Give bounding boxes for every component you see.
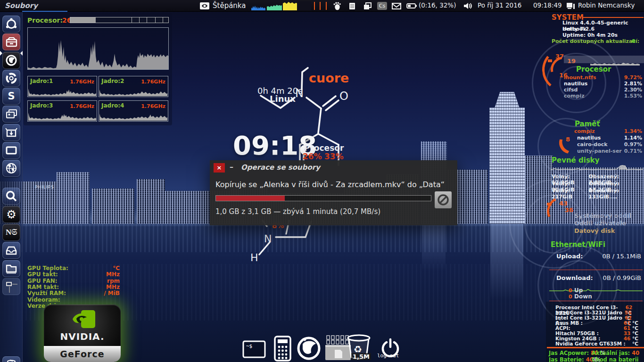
process-value: 1.53% <box>624 93 642 99</box>
disk-gauge-1: 43 <box>559 200 568 207</box>
core-name: Jadro:4 <box>101 102 124 109</box>
cpu-gauge-1: 37 <box>555 53 564 60</box>
archive-box-icon <box>5 126 18 139</box>
core-name: Jadro:1 <box>30 78 53 84</box>
screen-icon <box>5 144 17 156</box>
process-value: 1.14% <box>624 135 642 141</box>
dock-item-ns-app[interactable]: N𝔖 <box>2 224 20 241</box>
dock-item-workspace[interactable] <box>2 278 20 295</box>
disk-gauge-2: 36 <box>565 206 573 214</box>
copy-windows-icon[interactable] <box>363 2 372 10</box>
orange-bar <box>320 2 321 10</box>
battery-status[interactable]: (0:16, 32%) <box>419 1 456 9</box>
dock-item-files[interactable] <box>2 33 20 50</box>
progress-fill <box>216 196 285 201</box>
dock-item-archive[interactable] <box>2 124 20 141</box>
dock-item-trash[interactable]: ♻ 1,5M <box>346 334 372 361</box>
nvidia-brand-text: NVIDIA. <box>44 331 121 342</box>
atom-h-label: H <box>250 252 258 263</box>
dock-item-screen[interactable] <box>2 142 20 159</box>
net-section-title: Ethernet/WiFi <box>551 240 605 249</box>
app-menu-title[interactable]: Soubory <box>5 1 38 10</box>
firefox-icon <box>296 336 322 362</box>
cancel-operation-button[interactable] <box>435 191 452 208</box>
nvidia-eye-icon[interactable] <box>200 2 209 10</box>
chromium-icon <box>5 72 17 84</box>
atom-o-label: O <box>339 90 348 103</box>
dock-item-photos[interactable] <box>2 106 20 123</box>
left-dock: S <box>0 12 23 362</box>
disk-label: Oddíl uživatele <box>574 220 626 227</box>
dock-item-chromium[interactable] <box>2 70 20 87</box>
core-name: Jadro:2 <box>101 78 124 84</box>
ns-app-icon: N𝔖 <box>6 228 17 237</box>
active-app-arrow-right <box>20 51 23 56</box>
gpu-row-label: Videoram: <box>27 296 60 303</box>
dialog-title: Operace se soubory <box>241 163 320 172</box>
mem-gauge: 8 <box>566 136 570 143</box>
volume-icon[interactable] <box>463 2 473 10</box>
upload-value: 0B / 15.1MiB <box>602 253 641 260</box>
battery-icon[interactable] <box>406 3 418 9</box>
mail-icon[interactable] <box>392 3 401 9</box>
session-monitor-icon[interactable] <box>566 2 575 9</box>
cancel-icon <box>437 194 449 206</box>
terminal-icon <box>242 339 266 359</box>
uptime-info: Uptime: 0h 4m 20s <box>562 32 618 38</box>
hostname: netbook <box>562 26 586 32</box>
core-box-4: Jadro:4 1.76GHz <box>99 100 168 122</box>
cpu-label: Procesor: <box>27 16 63 24</box>
download-value: 0B / 0.99GiB <box>603 274 641 281</box>
atom-n2-label: N <box>264 233 272 245</box>
up-count: 0 <box>569 288 572 294</box>
core-box-1: Jadro:1 1.76GHz <box>27 76 97 97</box>
dock-item-search[interactable] <box>2 188 20 205</box>
notes-icon[interactable] <box>348 2 356 10</box>
disk-label: Datový disk <box>574 227 615 234</box>
panel-date[interactable]: Po říj 31 2016 <box>478 1 521 9</box>
dock-item-firefox[interactable] <box>2 52 20 69</box>
jas-akt-label: Aktuální jas: <box>592 350 630 356</box>
dock-item-calculator[interactable] <box>274 336 291 362</box>
center-cpu-value2: 33% <box>324 152 344 161</box>
down-count: 0 <box>569 294 572 300</box>
dock-item-settings[interactable]: ⚙ <box>2 206 20 223</box>
close-button[interactable]: × <box>214 163 225 173</box>
process-value: 0.71% <box>624 148 642 154</box>
dock-item-firefox[interactable] <box>296 336 322 362</box>
dock-item-folder[interactable] <box>2 260 20 277</box>
gnome-foot-icon[interactable] <box>333 1 341 10</box>
updates-label: Počet dostupných aktualizací: <box>552 38 639 44</box>
disk-io-graph <box>551 164 643 171</box>
minimize-button[interactable]: – <box>230 162 233 171</box>
dock-item-skype[interactable]: S <box>2 88 20 105</box>
process-name: compiz <box>564 93 585 99</box>
jas-ac-label: Jas ACpower: <box>549 350 589 356</box>
core-freq: 1.76GHz <box>70 103 94 109</box>
ubuntu-icon <box>5 18 17 30</box>
process-name: mount.ntfs <box>564 74 596 81</box>
dock-item-terminal[interactable]: ~$ <box>242 339 266 359</box>
dialog-status: 1,0 GB z 3,1 GB — zbývá 1 minuta (20,7 M… <box>215 207 380 216</box>
username[interactable]: Robin Nemcansky <box>578 1 635 9</box>
dock-item-inbox[interactable] <box>2 242 20 259</box>
dock-item-trash[interactable] <box>2 356 20 362</box>
progress-bar <box>215 195 431 201</box>
core-box-3: Jadro:3 1.76GHz <box>27 100 97 122</box>
battery-mode-label: Chod na baterii <box>592 356 639 362</box>
disk-free: Volný: 217GiB <box>552 188 588 200</box>
panel-time[interactable]: 09:18:49 <box>533 1 562 9</box>
core-freq: 1.76GHz <box>70 79 94 85</box>
gpu-row-label: GPU FAN: <box>27 278 58 284</box>
dock-item-ubuntu[interactable] <box>2 16 20 33</box>
download-graph-line <box>549 288 643 292</box>
firefox-icon <box>5 54 17 66</box>
trash-size-badge: 1,5M <box>351 353 371 360</box>
process-name: compiz <box>574 128 595 134</box>
cpu-section-title: Procesor <box>576 65 611 74</box>
keyboard-layout-badge[interactable]: Cs <box>377 2 387 10</box>
temps-divider <box>547 347 644 348</box>
gpu-row-label: GPU takt: <box>27 271 58 278</box>
orange-bar <box>314 2 315 10</box>
dock-item-globe[interactable] <box>2 160 20 177</box>
